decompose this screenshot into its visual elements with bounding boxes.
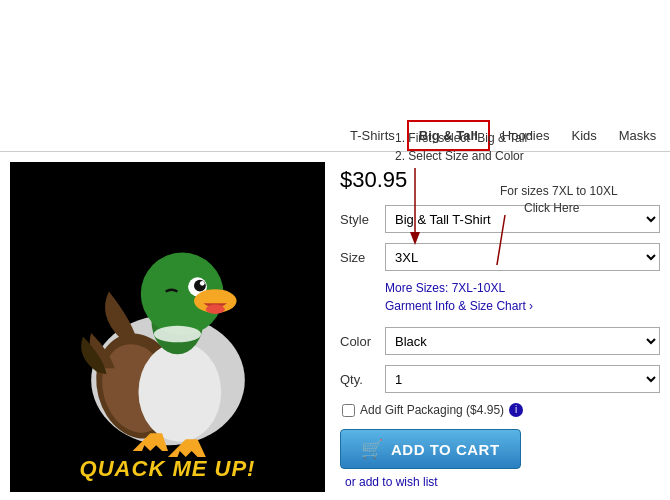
product-details: $30.95 Style Big & Tall T-Shirt Big & Ta… bbox=[340, 162, 660, 499]
nav-hoodies[interactable]: Hoodies bbox=[492, 122, 560, 149]
svg-point-13 bbox=[194, 280, 206, 292]
cart-icon: 🛒 bbox=[361, 438, 383, 460]
svg-point-17 bbox=[153, 326, 200, 343]
add-to-cart-label: ADD TO CART bbox=[391, 441, 500, 458]
product-price: $30.95 bbox=[340, 167, 660, 193]
qty-label: Qty. bbox=[340, 372, 385, 387]
style-row: Style Big & Tall T-Shirt Big & Tall Long… bbox=[340, 205, 660, 233]
product-image: QUACK ME UP! bbox=[10, 162, 325, 492]
size-select[interactable]: 2XL 3XL 4XL 5XL 6XL bbox=[385, 243, 660, 271]
nav-bigtall[interactable]: Big & Tall bbox=[407, 120, 490, 151]
gift-label: Add Gift Packaging ($4.95) bbox=[360, 403, 504, 417]
add-to-cart-button[interactable]: 🛒 ADD TO CART bbox=[340, 429, 521, 469]
nav-tshirts[interactable]: T-Shirts bbox=[340, 122, 405, 149]
svg-point-14 bbox=[199, 281, 204, 286]
nav-kids[interactable]: Kids bbox=[561, 122, 606, 149]
main-content: QUACK ME UP! $30.95 Style Big & Tall T-S… bbox=[0, 152, 670, 500]
color-select[interactable]: Black Navy White Red bbox=[385, 327, 660, 355]
gift-packaging-row: Add Gift Packaging ($4.95) i bbox=[342, 403, 660, 417]
size-row: Size 2XL 3XL 4XL 5XL 6XL bbox=[340, 243, 660, 271]
color-label: Color bbox=[340, 334, 385, 349]
qty-select[interactable]: 1 2 3 4 5 bbox=[385, 365, 660, 393]
info-icon[interactable]: i bbox=[509, 403, 523, 417]
quack-text: QUACK ME UP! bbox=[10, 456, 325, 482]
style-label: Style bbox=[340, 212, 385, 227]
duck-illustration bbox=[38, 197, 298, 457]
svg-point-9 bbox=[138, 342, 221, 441]
color-row: Color Black Navy White Red bbox=[340, 327, 660, 355]
more-sizes-link: More Sizes: 7XL-10XL bbox=[385, 281, 660, 295]
gift-checkbox[interactable] bbox=[342, 404, 355, 417]
more-sizes-text[interactable]: More Sizes: 7XL-10XL bbox=[385, 281, 505, 295]
page-wrapper: 1. First, select "Big & Tall" 2. Select … bbox=[0, 120, 670, 500]
nav-masks[interactable]: Masks bbox=[609, 122, 667, 149]
nav-bar: T-Shirts Big & Tall Hoodies Kids Masks S… bbox=[0, 120, 670, 152]
size-label: Size bbox=[340, 250, 385, 265]
wish-list-link[interactable]: or add to wish list bbox=[345, 475, 438, 489]
garment-info-link[interactable]: Garment Info & Size Chart › bbox=[385, 299, 660, 313]
style-select[interactable]: Big & Tall T-Shirt Big & Tall Long Sleev… bbox=[385, 205, 660, 233]
wish-list-row: or add to wish list bbox=[345, 475, 660, 489]
qty-row: Qty. 1 2 3 4 5 bbox=[340, 365, 660, 393]
svg-point-16 bbox=[205, 305, 224, 314]
